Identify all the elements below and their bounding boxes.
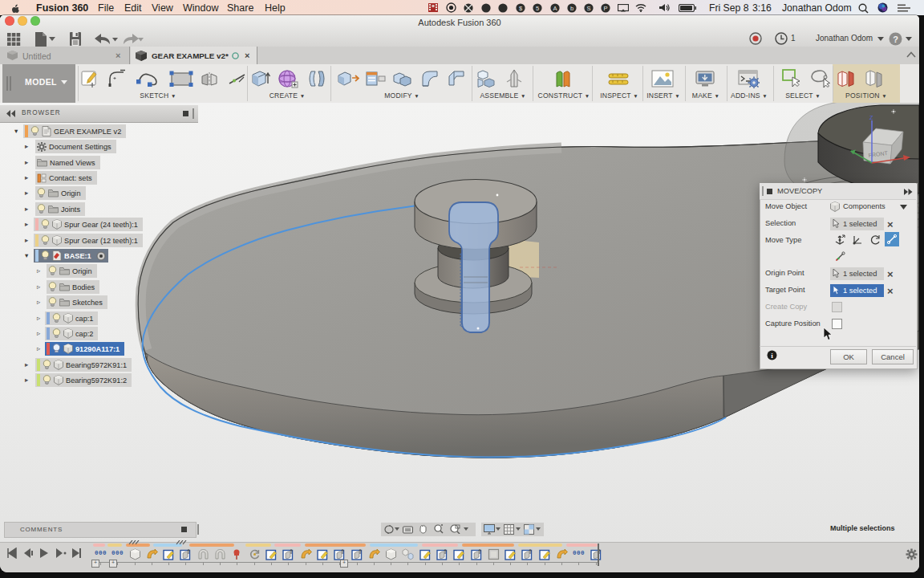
svg-text:5: 5 [536, 5, 539, 12]
svg-text:A: A [553, 5, 557, 12]
svg-text:Z: Z [869, 114, 873, 121]
svg-text:P: P [603, 5, 607, 12]
svg-text:S: S [586, 5, 590, 12]
svg-text:b: b [570, 5, 573, 12]
